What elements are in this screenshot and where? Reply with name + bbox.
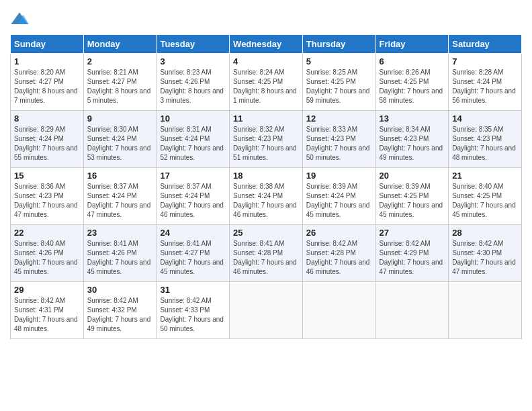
calendar-cell: 9 Sunrise: 8:30 AM Sunset: 4:24 PM Dayli… (83, 111, 157, 168)
calendar-cell: 25 Sunrise: 8:41 AM Sunset: 4:28 PM Dayl… (230, 225, 303, 282)
day-info: Sunrise: 8:24 AM Sunset: 4:25 PM Dayligh… (233, 68, 297, 104)
calendar-cell (230, 282, 303, 339)
day-info: Sunrise: 8:34 AM Sunset: 4:23 PM Dayligh… (380, 126, 443, 161)
day-info: Sunrise: 8:40 AM Sunset: 4:26 PM Dayligh… (14, 240, 78, 275)
day-number: 10 (160, 113, 226, 124)
day-number: 26 (306, 228, 372, 238)
day-number: 12 (306, 113, 372, 124)
calendar-cell: 20 Sunrise: 8:39 AM Sunset: 4:25 PM Dayl… (375, 168, 449, 225)
calendar-cell: 18 Sunrise: 8:38 AM Sunset: 4:24 PM Dayl… (230, 168, 303, 225)
day-info: Sunrise: 8:21 AM Sunset: 4:27 PM Dayligh… (87, 68, 151, 104)
day-info: Sunrise: 8:41 AM Sunset: 4:28 PM Dayligh… (233, 240, 297, 275)
day-info: Sunrise: 8:31 AM Sunset: 4:24 PM Dayligh… (160, 126, 224, 161)
day-number: 1 (14, 56, 80, 66)
day-number: 5 (306, 56, 372, 66)
calendar-cell: 4 Sunrise: 8:24 AM Sunset: 4:25 PM Dayli… (230, 54, 303, 111)
day-info: Sunrise: 8:40 AM Sunset: 4:25 PM Dayligh… (452, 183, 516, 218)
day-info: Sunrise: 8:37 AM Sunset: 4:24 PM Dayligh… (87, 183, 151, 218)
calendar-table: SundayMondayTuesdayWednesdayThursdayFrid… (10, 34, 522, 339)
day-number: 3 (160, 56, 226, 66)
day-number: 14 (452, 113, 518, 124)
logo-icon (10, 10, 29, 29)
day-number: 18 (233, 171, 299, 181)
calendar-cell: 13 Sunrise: 8:34 AM Sunset: 4:23 PM Dayl… (375, 111, 449, 168)
weekday-header: Monday (83, 35, 157, 54)
day-number: 30 (87, 285, 153, 295)
day-number: 24 (160, 228, 226, 238)
calendar-cell: 16 Sunrise: 8:37 AM Sunset: 4:24 PM Dayl… (83, 168, 157, 225)
day-info: Sunrise: 8:23 AM Sunset: 4:26 PM Dayligh… (160, 68, 224, 104)
day-number: 23 (87, 228, 153, 238)
day-number: 28 (452, 228, 518, 238)
weekday-header: Friday (375, 35, 449, 54)
day-info: Sunrise: 8:42 AM Sunset: 4:32 PM Dayligh… (87, 297, 151, 332)
day-number: 20 (380, 171, 445, 181)
weekday-header: Saturday (449, 35, 522, 54)
day-info: Sunrise: 8:42 AM Sunset: 4:31 PM Dayligh… (14, 297, 78, 332)
day-info: Sunrise: 8:28 AM Sunset: 4:24 PM Dayligh… (452, 68, 516, 104)
day-number: 16 (87, 171, 153, 181)
calendar-cell: 26 Sunrise: 8:42 AM Sunset: 4:28 PM Dayl… (302, 225, 375, 282)
day-number: 7 (452, 56, 518, 66)
logo (10, 10, 32, 29)
calendar-cell: 7 Sunrise: 8:28 AM Sunset: 4:24 PM Dayli… (449, 54, 522, 111)
calendar-cell: 8 Sunrise: 8:29 AM Sunset: 4:24 PM Dayli… (11, 111, 84, 168)
day-number: 6 (380, 56, 445, 66)
day-number: 21 (452, 171, 518, 181)
calendar-week-row: 1 Sunrise: 8:20 AM Sunset: 4:27 PM Dayli… (11, 54, 522, 111)
day-number: 17 (160, 171, 226, 181)
calendar-week-row: 15 Sunrise: 8:36 AM Sunset: 4:23 PM Dayl… (11, 168, 522, 225)
weekday-header: Wednesday (230, 35, 303, 54)
day-info: Sunrise: 8:32 AM Sunset: 4:23 PM Dayligh… (233, 126, 297, 161)
day-number: 22 (14, 228, 80, 238)
day-number: 9 (87, 113, 153, 124)
calendar-cell (449, 282, 522, 339)
day-info: Sunrise: 8:37 AM Sunset: 4:24 PM Dayligh… (160, 183, 224, 218)
calendar-cell: 29 Sunrise: 8:42 AM Sunset: 4:31 PM Dayl… (11, 282, 84, 339)
calendar-cell: 17 Sunrise: 8:37 AM Sunset: 4:24 PM Dayl… (157, 168, 230, 225)
calendar-week-row: 22 Sunrise: 8:40 AM Sunset: 4:26 PM Dayl… (11, 225, 522, 282)
day-info: Sunrise: 8:29 AM Sunset: 4:24 PM Dayligh… (14, 126, 78, 161)
page-header (10, 7, 522, 29)
day-number: 13 (380, 113, 445, 124)
day-info: Sunrise: 8:20 AM Sunset: 4:27 PM Dayligh… (14, 68, 78, 104)
day-number: 31 (160, 285, 226, 295)
calendar-cell: 24 Sunrise: 8:41 AM Sunset: 4:27 PM Dayl… (157, 225, 230, 282)
day-number: 25 (233, 228, 299, 238)
day-number: 8 (14, 113, 80, 124)
calendar-cell: 28 Sunrise: 8:42 AM Sunset: 4:30 PM Dayl… (449, 225, 522, 282)
calendar-week-row: 8 Sunrise: 8:29 AM Sunset: 4:24 PM Dayli… (11, 111, 522, 168)
calendar-cell (302, 282, 375, 339)
day-info: Sunrise: 8:39 AM Sunset: 4:25 PM Dayligh… (380, 183, 443, 218)
calendar-cell: 21 Sunrise: 8:40 AM Sunset: 4:25 PM Dayl… (449, 168, 522, 225)
calendar-cell: 31 Sunrise: 8:42 AM Sunset: 4:33 PM Dayl… (157, 282, 230, 339)
day-info: Sunrise: 8:36 AM Sunset: 4:23 PM Dayligh… (14, 183, 78, 218)
day-info: Sunrise: 8:42 AM Sunset: 4:30 PM Dayligh… (452, 240, 516, 275)
calendar-cell: 23 Sunrise: 8:41 AM Sunset: 4:26 PM Dayl… (83, 225, 157, 282)
day-number: 15 (14, 171, 80, 181)
day-info: Sunrise: 8:41 AM Sunset: 4:26 PM Dayligh… (87, 240, 151, 275)
day-info: Sunrise: 8:35 AM Sunset: 4:23 PM Dayligh… (452, 126, 516, 161)
day-info: Sunrise: 8:42 AM Sunset: 4:33 PM Dayligh… (160, 297, 224, 332)
day-info: Sunrise: 8:38 AM Sunset: 4:24 PM Dayligh… (233, 183, 297, 218)
calendar-cell: 6 Sunrise: 8:26 AM Sunset: 4:25 PM Dayli… (375, 54, 449, 111)
calendar-cell: 14 Sunrise: 8:35 AM Sunset: 4:23 PM Dayl… (449, 111, 522, 168)
day-number: 11 (233, 113, 299, 124)
calendar-cell: 22 Sunrise: 8:40 AM Sunset: 4:26 PM Dayl… (11, 225, 84, 282)
calendar-cell: 5 Sunrise: 8:25 AM Sunset: 4:25 PM Dayli… (302, 54, 375, 111)
calendar-cell: 19 Sunrise: 8:39 AM Sunset: 4:24 PM Dayl… (302, 168, 375, 225)
calendar-week-row: 29 Sunrise: 8:42 AM Sunset: 4:31 PM Dayl… (11, 282, 522, 339)
calendar-cell: 27 Sunrise: 8:42 AM Sunset: 4:29 PM Dayl… (375, 225, 449, 282)
calendar-cell: 30 Sunrise: 8:42 AM Sunset: 4:32 PM Dayl… (83, 282, 157, 339)
day-number: 19 (306, 171, 372, 181)
day-info: Sunrise: 8:39 AM Sunset: 4:24 PM Dayligh… (306, 183, 370, 218)
calendar-cell: 11 Sunrise: 8:32 AM Sunset: 4:23 PM Dayl… (230, 111, 303, 168)
day-info: Sunrise: 8:25 AM Sunset: 4:25 PM Dayligh… (306, 68, 370, 104)
day-info: Sunrise: 8:30 AM Sunset: 4:24 PM Dayligh… (87, 126, 151, 161)
day-number: 27 (380, 228, 445, 238)
calendar-cell: 3 Sunrise: 8:23 AM Sunset: 4:26 PM Dayli… (157, 54, 230, 111)
day-info: Sunrise: 8:42 AM Sunset: 4:28 PM Dayligh… (306, 240, 370, 275)
day-info: Sunrise: 8:33 AM Sunset: 4:23 PM Dayligh… (306, 126, 370, 161)
weekday-header-row: SundayMondayTuesdayWednesdayThursdayFrid… (11, 35, 522, 54)
calendar-cell: 15 Sunrise: 8:36 AM Sunset: 4:23 PM Dayl… (11, 168, 84, 225)
